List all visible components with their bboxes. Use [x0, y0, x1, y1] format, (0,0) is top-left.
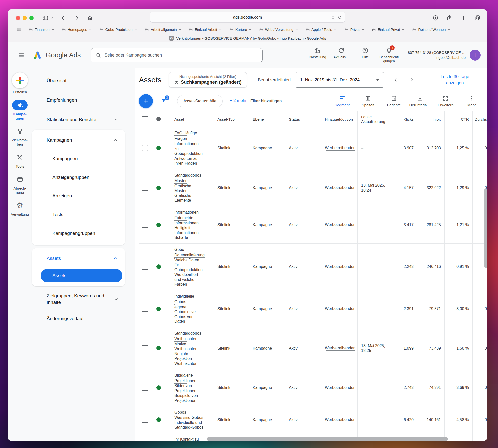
translate-icon[interactable] [330, 15, 335, 19]
vertical-scrollbar[interactable] [484, 188, 487, 268]
show-last-30-days-link[interactable]: Letzte 30 Tage anzeigen [434, 74, 476, 86]
asset-link[interactable]: Gobos [174, 410, 186, 415]
column-header-ebene[interactable]: Ebene [249, 111, 285, 127]
home-icon[interactable] [87, 15, 93, 21]
asset-link[interactable]: FAQ Häufige [174, 131, 197, 136]
column-header-impr[interactable]: Impr. [417, 111, 444, 127]
column-header-durchs[interactable]: Durchs [472, 111, 487, 127]
sidebar-item-änderungsverlauf[interactable]: Änderungsverlauf [32, 309, 135, 328]
sidebar-group-header-assets[interactable]: Assets [32, 250, 125, 267]
add-filter-button[interactable]: Filter hinzufügen [250, 99, 282, 104]
bookmark-folder-gobo-produktion[interactable]: Gobo-Produktion [99, 28, 137, 32]
forward-icon[interactable] [73, 15, 80, 21]
header-action-help[interactable]: Hilfe [353, 47, 377, 63]
bookmark-folder-apple-tools[interactable]: Apple / Tools [306, 28, 337, 32]
tab-overview-icon[interactable] [474, 15, 481, 21]
sidebar-toggle-icon[interactable] [42, 15, 49, 21]
sidebar-item-kampagnengruppen[interactable]: Kampagnengruppen [32, 224, 125, 243]
bookmark-folder-web-verwaltung[interactable]: Web / Verwaltung [259, 28, 298, 32]
column-header-asset-typ[interactable]: Asset-Typ [214, 111, 249, 127]
back-icon[interactable] [60, 15, 66, 21]
bookmark-folder-reisen-wohnen[interactable]: Reisen / Wohnen [412, 28, 450, 32]
added-by-link[interactable]: Werbetreibender [325, 385, 355, 390]
asset-link[interactable]: Gobos [174, 299, 186, 305]
more-filters-link[interactable]: + 2 mehr [230, 98, 247, 104]
filters-button[interactable]: 3 [160, 97, 167, 105]
bookmark-folder-einkauf-arbeit[interactable]: Einkauf Arbeit [189, 28, 222, 32]
rail-item-erstellen[interactable]: Erstellen [12, 72, 28, 94]
new-tab-icon[interactable] [460, 15, 467, 21]
active-tab[interactable]: G Verknüpfungen - GOBOSERVICE GERMANY by… [8, 34, 487, 42]
main-menu-icon[interactable] [18, 52, 25, 59]
minimize-window-button[interactable] [23, 16, 27, 20]
bookmark-folder-einkauf-privat[interactable]: Einkauf Privat [372, 28, 405, 32]
account-info[interactable]: 807-754-3128 (GOBOSERVICE … ingo.k@ulbac… [408, 50, 466, 60]
added-by-link[interactable]: Werbetreibender [325, 346, 355, 351]
added-by-link[interactable]: Werbetreibender [325, 264, 355, 269]
search-input[interactable]: Seite oder Kampagne suchen [91, 48, 263, 62]
reader-view-icon[interactable] [153, 15, 157, 19]
row-checkbox[interactable] [142, 306, 148, 312]
rail-item-abrechnung[interactable]: Abrech- nung [14, 174, 26, 195]
added-by-link[interactable]: Werbetreibender [325, 417, 355, 422]
select-all-checkbox[interactable] [142, 116, 148, 122]
bookmark-folder-homepages[interactable]: Homepages [62, 28, 92, 32]
asset-link[interactable]: Projektionen [174, 378, 196, 384]
column-header-status[interactable]: Status [285, 111, 321, 127]
toolbar-action-erweitern[interactable]: Erweitern [433, 95, 459, 107]
bookmark-folder-privat[interactable]: Privat [344, 28, 364, 32]
zoom-window-button[interactable] [29, 16, 34, 20]
next-period-icon[interactable] [409, 77, 414, 83]
asset-link[interactable]: Standardgobos [174, 173, 201, 178]
header-action-bell[interactable]: !Benachrichti gungen [377, 47, 401, 63]
row-checkbox[interactable] [142, 345, 148, 351]
asset-link[interactable]: Standardgobos [174, 331, 201, 336]
toolbar-action-berichte[interactable]: Berichte [381, 95, 407, 107]
sidebar-group-header-kampagnen[interactable]: Kampagnen [32, 131, 125, 149]
header-action-chart[interactable]: Darstellung [306, 47, 329, 63]
share-icon[interactable] [446, 15, 453, 21]
row-checkbox[interactable] [142, 385, 148, 391]
create-button[interactable] [12, 72, 28, 88]
toolbar-action-mehr[interactable]: Mehr [459, 95, 485, 107]
rail-item-verwaltung[interactable]: ⚙Verwaltung [11, 200, 29, 217]
sidebar-item-anzeigengruppen[interactable]: Anzeigengruppen [32, 168, 125, 187]
google-ads-logo[interactable]: Google Ads [33, 51, 81, 60]
row-checkbox[interactable] [142, 145, 148, 151]
downloads-icon[interactable] [432, 15, 439, 21]
date-range-select[interactable]: 1. Nov. 2019 bis 31. Dez. 2024 [295, 72, 384, 88]
asset-status-filter-chip[interactable]: Asset-Status: Alle [177, 95, 223, 107]
added-by-link[interactable]: Werbetreibender [325, 145, 355, 151]
sidebar-item-assets[interactable]: Assets [41, 269, 122, 282]
added-by-link[interactable]: Werbetreibender [325, 306, 355, 311]
asset-link[interactable]: Fotometrie [174, 215, 193, 221]
sidebar-item-zielgruppen-keywords-und-inhalte[interactable]: Zielgruppen, Keywords und Inhalte [32, 289, 135, 309]
sidebar-item-empfehlungen[interactable]: Empfehlungen [32, 90, 135, 110]
sidebar-menu-chevron-icon[interactable] [50, 16, 53, 19]
rail-item-zielvorhaben[interactable]: Zielvorha- ben [12, 126, 28, 147]
added-by-link[interactable]: Werbetreibender [325, 185, 355, 190]
asset-link[interactable]: Gobo [174, 247, 184, 252]
toolbar-action-segment[interactable]: Segment [329, 95, 355, 107]
column-header-asset[interactable]: Asset [166, 111, 214, 127]
rail-item-tools[interactable]: Tools [16, 152, 24, 169]
asset-link[interactable]: Weihnachten [174, 336, 197, 342]
close-window-button[interactable] [16, 16, 20, 20]
add-asset-button[interactable] [139, 94, 153, 108]
asset-link[interactable]: Datenanlieferung [174, 253, 205, 258]
asset-link[interactable]: Bildgalerie [174, 373, 193, 378]
address-bar[interactable]: ads.google.com [150, 12, 345, 23]
rail-item-kampagnen[interactable]: Kampa- gnen [12, 100, 28, 121]
column-header-ctr[interactable]: CTR [444, 111, 472, 127]
row-checkbox[interactable] [142, 222, 148, 228]
favorites-grid-icon[interactable] [16, 27, 21, 32]
row-checkbox[interactable] [142, 185, 148, 191]
view-chip[interactable]: Nicht gespeicherte Ansicht (2 Filter) Su… [169, 72, 247, 88]
column-header-hinzugefuegt-von[interactable]: Hinzugefügt von [321, 111, 357, 127]
column-header-letzte-aktualisierung[interactable]: Letzte Aktualisierung [357, 111, 390, 127]
added-by-link[interactable]: Werbetreibender [325, 222, 355, 227]
toolbar-action-herunterla[interactable]: Herunterla… [407, 95, 433, 107]
asset-link[interactable]: Muster [174, 178, 187, 184]
reload-icon[interactable] [338, 15, 342, 19]
sidebar-item-statistiken-und-berichte[interactable]: Statistiken und Berichte [32, 110, 135, 129]
